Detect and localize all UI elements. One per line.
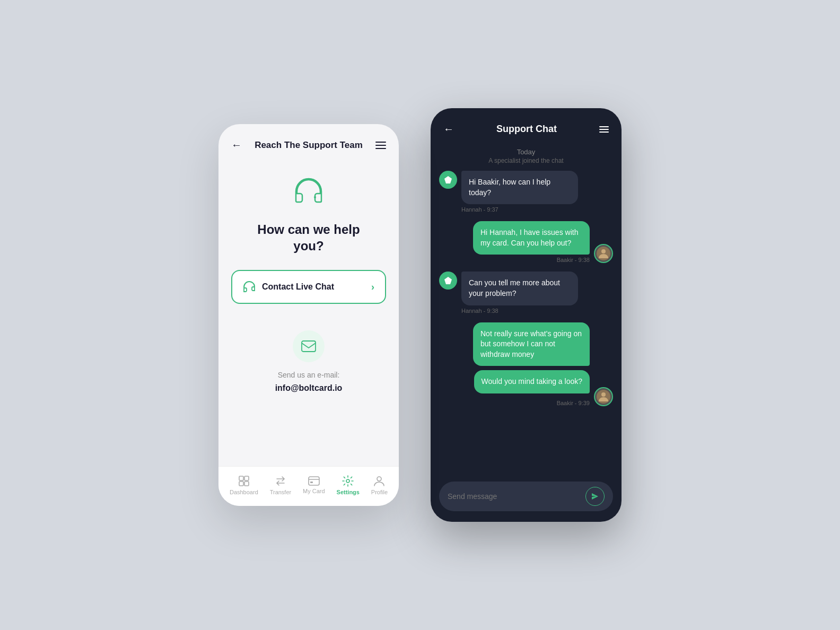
message-bubble: Hi Hannah, I have issues with my card. C… [473,221,590,255]
agent-avatar [439,272,457,290]
nav-settings[interactable]: Settings [337,475,360,495]
message-bubble: Would you mind taking a look? [474,370,590,393]
chat-input-wrapper [439,482,613,511]
chat-header: ← Support Chat [431,108,622,144]
nav-dashboard[interactable]: Dashboard [230,475,258,495]
nav-mycard-label: My Card [303,488,325,494]
svg-marker-14 [444,277,452,284]
nav-mycard[interactable]: My Card [303,476,325,494]
help-title: How can we help you? [257,221,360,254]
message-bubble: Can you tell me more about your problem? [461,272,578,305]
email-label: Send us an e-mail: [278,371,340,379]
support-header: ← Reach The Support Team [218,124,399,162]
chat-messages: Hi Baakir, how can I help today? Hannah … [431,171,622,475]
svg-point-10 [377,477,381,481]
nav-settings-label: Settings [337,489,360,495]
left-phone: ← Reach The Support Team How can we help… [218,124,399,506]
back-button[interactable]: ← [231,139,242,151]
nav-dashboard-label: Dashboard [230,489,258,495]
svg-point-9 [346,479,349,483]
nav-transfer[interactable]: Transfer [270,475,292,495]
message-bubble: Hi Baakir, how can I help today? [461,171,578,204]
message-row: Hi Hannah, I have issues with my card. C… [439,221,613,263]
svg-rect-1 [302,341,316,352]
main-content: How can we help you? Contact Live Chat ›… [218,162,399,466]
svg-marker-11 [444,176,452,183]
message-text: Hi Baakir, how can I help today? [469,178,550,197]
message-row: Can you tell me more about your problem?… [439,272,613,313]
nav-profile-label: Profile [371,489,388,495]
message-meta: Hannah - 9:38 [461,308,578,314]
chat-menu-button[interactable] [599,126,609,133]
user-avatar [594,387,613,406]
message-text: Hi Hannah, I have issues with my card. C… [480,228,578,247]
svg-point-13 [601,249,606,253]
specialist-joined-label: A specialist joined the chat [431,157,622,164]
headset-small-icon [243,281,256,293]
chat-date-section: Today A specialist joined the chat [431,144,622,171]
message-meta: Baakir - 9:38 [473,257,590,263]
svg-point-0 [314,196,316,198]
message-input[interactable] [448,492,580,501]
user-avatar [594,244,613,263]
svg-rect-5 [244,482,249,486]
message-meta: Baakir - 9:39 [557,400,590,406]
bottom-nav: Dashboard Transfer My Card Settings [218,466,399,506]
svg-rect-3 [244,476,249,480]
svg-rect-6 [309,477,319,485]
contact-live-chat-button[interactable]: Contact Live Chat › [231,270,386,304]
message-text: Can you tell me more about your problem? [469,278,560,298]
chat-date-label: Today [431,148,622,156]
nav-profile[interactable]: Profile [371,475,388,495]
message-row: Not really sure what's going on but some… [439,322,613,406]
email-section: Send us an e-mail: info@boltcard.io [275,330,343,393]
page-title: Reach The Support Team [255,140,363,151]
message-meta: Hannah - 9:37 [461,206,578,213]
chat-input-area [431,475,622,522]
svg-point-16 [601,392,606,397]
contact-btn-label: Contact Live Chat [262,282,334,292]
svg-rect-4 [239,482,243,486]
message-text: Not really sure what's going on but some… [480,329,582,358]
chat-back-button[interactable]: ← [443,123,454,135]
email-icon [293,330,325,362]
message-bubble: Not really sure what's going on but some… [473,322,590,366]
message-text: Would you mind taking a look? [482,377,582,386]
chevron-right-icon: › [371,282,374,293]
svg-rect-2 [239,476,243,480]
nav-transfer-label: Transfer [270,489,292,495]
email-address: info@boltcard.io [275,383,343,393]
send-button[interactable] [585,487,605,506]
agent-avatar [439,171,457,189]
svg-rect-8 [310,482,313,483]
headset-icon [290,172,328,211]
menu-button[interactable] [375,142,386,149]
right-phone: ← Support Chat Today A specialist joined… [431,108,622,522]
message-row: Hi Baakir, how can I help today? Hannah … [439,171,613,213]
chat-title: Support Chat [496,124,557,135]
